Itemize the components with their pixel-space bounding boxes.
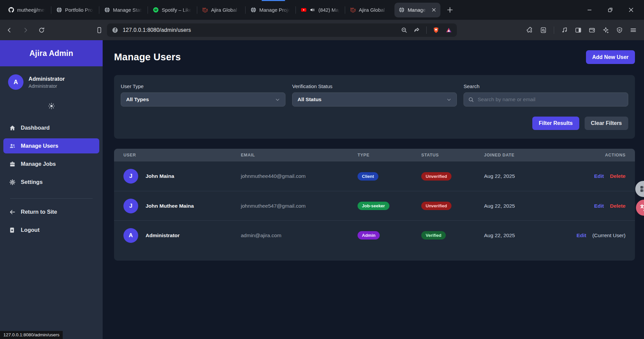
address-bar[interactable]: 127.0.0.1:8080/admin/users [107,23,457,37]
tab-close-button[interactable] [432,8,436,12]
restore-button[interactable] [607,7,613,13]
user-email: johnmuthee547@gmail.com [241,203,358,209]
add-new-user-button[interactable]: Add New User [586,50,635,64]
laravel-icon [350,7,356,13]
tab-portfolio[interactable]: Portfolio Proj [51,0,99,20]
avatar: J [123,169,138,184]
back-button[interactable] [6,27,13,33]
sidebar-item-logout[interactable]: Logout [3,222,99,238]
joined-date: Aug 22, 2025 [484,173,562,179]
type-badge: Job-seeker [358,202,389,210]
user-type-select[interactable]: All Types [121,92,285,107]
sidebar-item-dashboard[interactable]: Dashboard [3,120,99,135]
tab-youtube[interactable]: (842) Maj [296,0,344,20]
url-text[interactable]: 127.0.0.1:8080/admin/users [123,27,396,33]
verification-select[interactable]: All Status [292,92,457,107]
tab-loading-indicator [262,0,285,1]
delete-link[interactable]: Delete [610,173,626,179]
forward-button[interactable] [22,27,29,33]
search-label: Search [464,83,628,89]
address-bar-actions [401,26,452,34]
leo-ai-sparkle-icon[interactable] [602,27,609,33]
joined-date: Aug 22, 2025 [484,203,562,209]
tab-manage-projects[interactable]: Manage Proje [246,0,296,20]
close-icon [432,8,436,12]
avatar: A [8,74,23,90]
status-badge: Unverified [421,202,451,210]
filter-results-button[interactable]: Filter Results [532,117,579,130]
globe-icon [56,7,62,13]
tab-spotify[interactable]: Spotify – Like [148,0,197,20]
link-status-bar: 127.0.0.1:8080/admin/users [0,331,63,339]
user-name: John Muthee Maina [146,203,194,209]
user-email: johnmuthee440@gmail.com [241,173,358,179]
grid-icon [639,185,644,193]
search-field [464,92,628,107]
tab-ajira-global-1[interactable]: Ajira Global - [197,0,245,20]
site-info-icon[interactable] [112,27,118,33]
tab-label: (842) Maj [318,7,339,13]
brand-title: Ajira Admin [0,40,103,66]
table-header-row: USER EMAIL TYPE STATUS JOINED DATE ACTIO… [114,149,635,161]
sidebar-panel-icon[interactable] [575,27,582,33]
tab-label: Manage Proje [259,7,290,13]
bookmark-button[interactable] [96,27,103,33]
edit-link[interactable]: Edit [577,232,586,239]
filter-verification: Verification Status All Status [292,83,457,107]
theme-toggle-button[interactable] [0,103,103,110]
briefcase-icon [9,161,16,167]
tab-manage-stations[interactable]: Manage Stati [99,0,148,20]
edit-link[interactable]: Edit [594,203,604,209]
brave-shields-icon[interactable] [433,27,439,33]
sidebar-divider [10,198,93,199]
verification-value: All Status [298,96,321,103]
main-content: Manage Users Add New User User Type All … [103,40,644,339]
bat-rewards-icon[interactable] [445,27,452,33]
extensions-puzzle-icon[interactable] [526,27,533,33]
sidebar-item-label: Dashboard [21,125,50,131]
column-header-email: EMAIL [241,153,358,157]
zoom-out-icon[interactable] [401,27,408,33]
wallet-icon[interactable] [589,27,595,33]
page-header: Manage Users Add New User [114,50,635,64]
menu-hamburger-icon[interactable] [630,27,637,33]
tab-label: Manage [408,7,426,13]
minimize-button[interactable] [587,7,592,13]
user-name: John Maina [146,173,174,179]
search-input[interactable] [478,96,624,103]
sidebar-item-manage-users[interactable]: Manage Users [3,138,99,153]
music-playing-icon[interactable] [561,27,568,33]
new-tab-button[interactable] [447,7,453,13]
tab-github[interactable]: mutheejj/met [3,0,51,20]
column-header-joined: JOINED DATE [484,153,562,157]
tab-manage-users-active[interactable]: Manage [394,3,440,17]
search-icon [468,97,474,103]
reload-button[interactable] [38,27,45,33]
audio-speaker-icon[interactable] [310,7,315,13]
sidebar-item-settings[interactable]: Settings [3,175,99,190]
vpn-shield-icon[interactable] [616,27,623,33]
sidebar-item-label: Settings [21,179,43,185]
tab-ajira-global-2[interactable]: Ajira Global - [345,0,393,20]
logout-icon [9,227,16,233]
current-user-note: (Current User) [592,232,626,239]
page-title: Manage Users [114,52,181,63]
globe-icon [104,7,110,13]
screenshot-tool-icon[interactable] [540,27,547,33]
filter-user-type: User Type All Types [121,83,285,107]
browser-toolbar: 127.0.0.1:8080/admin/users [0,20,644,40]
user-name: Administrator [146,232,180,239]
close-window-button[interactable] [628,7,634,13]
admin-app: Ajira Admin A Administrator Administrato… [0,40,644,339]
delete-link[interactable]: Delete [610,203,626,209]
status-badge: Verified [421,231,446,240]
sidebar-item-return-to-site[interactable]: Return to Site [3,204,99,219]
sidebar-item-label: Return to Site [21,209,57,215]
sidebar-item-manage-jobs[interactable]: Manage Jobs [3,156,99,172]
edit-link[interactable]: Edit [594,173,604,179]
sidebar-item-label: Manage Users [21,143,58,149]
spotify-icon [153,7,159,13]
share-icon[interactable] [414,27,420,33]
clear-filters-button[interactable]: Clear Filters [585,117,628,130]
tab-label: mutheejj/met [17,7,46,13]
